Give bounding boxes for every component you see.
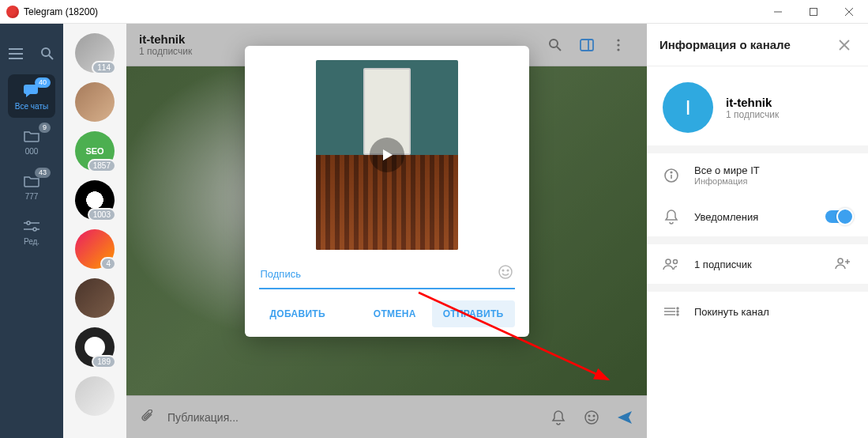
chat-item[interactable] <box>75 82 115 122</box>
app-icon <box>6 6 19 18</box>
info-panel-title: Информация о канале <box>659 38 791 51</box>
chat-list[interactable]: 114 SEO1857 1003 4 189 <box>63 24 126 438</box>
svg-point-40 <box>677 308 678 309</box>
about-text: Все о мире IT <box>694 164 852 176</box>
people-icon <box>663 255 680 273</box>
menu-button[interactable] <box>0 38 32 70</box>
unread-badge: 4 <box>100 257 116 270</box>
notifications-toggle[interactable] <box>825 210 852 223</box>
folder-badge: 43 <box>35 168 51 178</box>
avatar <box>75 278 115 318</box>
chat-item[interactable]: 114 <box>75 33 115 73</box>
svg-point-33 <box>674 260 678 264</box>
svg-point-7 <box>42 48 50 56</box>
unread-badge: 189 <box>92 355 116 368</box>
svg-point-12 <box>33 228 36 231</box>
settings-sliders-icon <box>22 217 41 236</box>
subscribers-row[interactable]: 1 подписчик <box>647 244 868 284</box>
channel-info-panel: Информация о канале I it-tehnik 1 подпис… <box>647 24 868 438</box>
window-minimize-button[interactable] <box>760 0 795 24</box>
svg-point-25 <box>507 270 509 271</box>
close-info-button[interactable] <box>833 34 855 56</box>
leave-icon <box>663 303 680 320</box>
folder-label: 000 <box>25 147 39 156</box>
avatar <box>75 82 115 122</box>
search-button[interactable] <box>32 38 63 70</box>
svg-point-31 <box>671 172 672 173</box>
svg-point-42 <box>677 314 678 315</box>
info-icon <box>663 167 680 184</box>
window-close-button[interactable] <box>831 0 866 24</box>
channel-about-row[interactable]: Все о мире IT Информация <box>647 153 868 197</box>
leave-label: Покинуть канал <box>694 306 852 318</box>
folders-nav: 40 Все чаты 9 000 43 777 Ред. <box>0 24 63 438</box>
window-title: Telegram (18200) <box>24 6 98 17</box>
channel-subscribers: 1 подписчик <box>726 109 779 120</box>
chat-item[interactable] <box>75 278 115 318</box>
about-label: Информация <box>694 176 852 186</box>
play-icon <box>370 138 404 172</box>
folder-777[interactable]: 43 777 <box>8 164 55 208</box>
chat-item[interactable] <box>75 376 115 416</box>
chat-item[interactable]: 4 <box>75 229 115 269</box>
subscribers-text: 1 подписчик <box>694 259 821 270</box>
svg-point-34 <box>838 259 843 263</box>
cancel-button[interactable]: ОТМЕНА <box>363 300 427 327</box>
svg-rect-1 <box>810 8 817 15</box>
folder-label: Ред. <box>24 237 39 246</box>
bell-icon <box>663 208 680 225</box>
chat-item[interactable]: 1003 <box>75 180 115 220</box>
notifications-label: Уведомления <box>694 211 811 223</box>
window-titlebar: Telegram (18200) <box>0 0 868 24</box>
svg-point-23 <box>499 266 512 278</box>
svg-point-41 <box>677 311 678 312</box>
folder-000[interactable]: 9 000 <box>8 119 55 163</box>
add-subscriber-button[interactable] <box>835 257 852 272</box>
channel-avatar: I <box>663 82 713 133</box>
channel-name: it-tehnik <box>726 96 779 109</box>
send-media-button[interactable]: ОТПРАВИТЬ <box>432 300 515 327</box>
channel-profile: I it-tehnik 1 подписчик <box>647 66 868 145</box>
add-media-button[interactable]: ДОБАВИТЬ <box>259 300 336 327</box>
unread-badge: 114 <box>92 61 116 74</box>
caption-input[interactable]: Подпись <box>261 268 498 280</box>
folder-all-chats[interactable]: 40 Все чаты <box>8 74 55 118</box>
caption-emoji-button[interactable] <box>498 264 513 283</box>
notifications-row[interactable]: Уведомления <box>647 197 868 236</box>
window-maximize-button[interactable] <box>795 0 831 24</box>
folder-label: 777 <box>25 192 39 201</box>
svg-line-8 <box>49 55 53 59</box>
folder-badge: 9 <box>39 123 51 133</box>
send-media-overlay: Подпись ДОБАВИТЬ ОТМЕНА ОТПРАВИТЬ <box>126 24 647 438</box>
folder-badge: 40 <box>35 77 51 88</box>
unread-badge: 1003 <box>88 208 116 221</box>
svg-point-32 <box>666 259 671 264</box>
folder-label: Все чаты <box>15 102 48 111</box>
folder-edit[interactable]: Ред. <box>8 210 55 253</box>
send-media-dialog: Подпись ДОБАВИТЬ ОТМЕНА ОТПРАВИТЬ <box>245 46 529 337</box>
svg-point-24 <box>502 270 504 271</box>
avatar <box>75 376 115 416</box>
unread-badge: 1857 <box>88 159 116 172</box>
chat-item[interactable]: 189 <box>75 327 115 367</box>
svg-point-10 <box>27 221 30 225</box>
chat-item[interactable]: SEO1857 <box>75 131 115 171</box>
leave-channel-row[interactable]: Покинуть канал <box>647 292 868 331</box>
media-preview[interactable] <box>316 60 458 250</box>
